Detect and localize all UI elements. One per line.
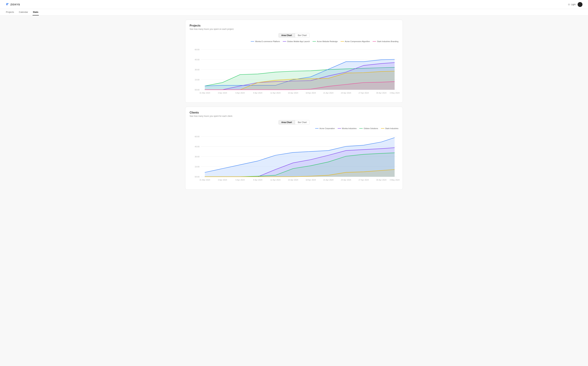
theme-label: Light bbox=[571, 3, 575, 6]
clients-area-chart-btn[interactable]: Area Chart bbox=[279, 120, 295, 125]
nav: Projects Calendar Stats bbox=[0, 9, 588, 15]
projects-card: Projects See how many hours you spent on… bbox=[185, 20, 403, 103]
x-label-5: 15 Apr 2024 bbox=[288, 92, 298, 94]
logo-text: ZOXYS bbox=[10, 3, 20, 6]
x-label-4: 12 Apr 2024 bbox=[270, 179, 280, 181]
x-label-11: 3 May 2024 bbox=[390, 92, 399, 94]
nav-item-projects[interactable]: Projects bbox=[6, 9, 14, 15]
legend-acme-comp: Acme Compression Algorithm bbox=[341, 40, 370, 42]
x-label-5: 15 Apr 2024 bbox=[288, 179, 298, 181]
projects-title: Projects bbox=[190, 24, 398, 27]
projects-chart-toggle: Area Chart Bar Chart bbox=[190, 33, 398, 38]
x-label-7: 21 Apr 2024 bbox=[323, 179, 333, 181]
legend-stark-line bbox=[373, 41, 376, 42]
clients-chart-svg: 60:00 45:00 30:00 15:00 00:00 31 Mar 202… bbox=[190, 131, 398, 185]
logo-icon bbox=[6, 3, 9, 6]
nav-item-stats[interactable]: Stats bbox=[33, 9, 39, 15]
clients-chart-container: 60:00 45:00 30:00 15:00 00:00 31 Mar 202… bbox=[190, 131, 398, 185]
legend-wonka-line bbox=[251, 41, 254, 42]
legend-acme-corp: Acme Corporation bbox=[315, 127, 335, 130]
x-label-3: 9 Apr 2024 bbox=[253, 92, 262, 94]
legend-wonka-ind-label: Wonka Industries bbox=[342, 127, 357, 130]
legend-acme-corp-line bbox=[315, 128, 319, 129]
avatar[interactable] bbox=[578, 2, 582, 7]
x-label-1: 3 Apr 2024 bbox=[218, 92, 227, 94]
x-label-3: 9 Apr 2024 bbox=[253, 179, 262, 181]
x-label-10: 30 Apr 2024 bbox=[376, 179, 386, 181]
clients-bar-chart-btn[interactable]: Bar Chart bbox=[295, 120, 309, 125]
legend-globex-mobile-line bbox=[283, 41, 286, 42]
projects-area-chart-btn[interactable]: Area Chart bbox=[279, 33, 295, 38]
legend-acme-web-line bbox=[313, 41, 316, 42]
legend-wonka-label: Wonka E-commerce Platform bbox=[255, 40, 280, 42]
header-right: Light bbox=[568, 2, 582, 7]
logo: ZOXYS bbox=[6, 3, 20, 6]
legend-acme-web: Acme Website Redesign bbox=[313, 40, 338, 42]
x-label-7: 21 Apr 2024 bbox=[323, 92, 333, 94]
legend-globex-sol: Globex Solutions bbox=[359, 127, 378, 130]
legend-acme-comp-label: Acme Compression Algorithm bbox=[345, 40, 370, 42]
y-label-00: 00:00 bbox=[195, 176, 199, 178]
x-label-1: 3 Apr 2024 bbox=[218, 179, 227, 181]
x-label-8: 24 Apr 2024 bbox=[341, 92, 351, 94]
y-label-60: 60:00 bbox=[195, 48, 199, 51]
x-label-10: 30 Apr 2024 bbox=[376, 92, 386, 94]
y-label-45: 45:00 bbox=[195, 145, 199, 148]
legend-stark-ind: Stark Industries bbox=[381, 127, 398, 130]
projects-bar-chart-btn[interactable]: Bar Chart bbox=[295, 33, 309, 38]
x-label-2: 6 Apr 2024 bbox=[235, 179, 245, 181]
y-label-00: 00:00 bbox=[195, 89, 199, 91]
svg-point-0 bbox=[568, 4, 569, 5]
y-label-30: 30:00 bbox=[195, 156, 199, 158]
main-content: Projects See how many hours you spent on… bbox=[180, 15, 408, 198]
y-label-15: 15:00 bbox=[195, 166, 199, 168]
x-label-4: 12 Apr 2024 bbox=[270, 92, 280, 94]
clients-chart-toggle: Area Chart Bar Chart bbox=[190, 120, 398, 125]
y-label-60: 60:00 bbox=[195, 136, 199, 137]
y-label-30: 30:00 bbox=[195, 69, 199, 71]
x-label-2: 6 Apr 2024 bbox=[235, 92, 245, 94]
projects-subtitle: See how many hours you spent on each pro… bbox=[190, 28, 398, 30]
legend-stark-ind-label: Stark Industries bbox=[385, 127, 398, 130]
x-label-9: 27 Apr 2024 bbox=[359, 179, 369, 181]
legend-wonka-ind-line bbox=[338, 128, 341, 129]
x-label-6: 18 Apr 2024 bbox=[306, 179, 316, 181]
legend-acme-comp-line bbox=[341, 41, 344, 42]
svg-line-8 bbox=[570, 4, 570, 4]
clients-subtitle: See how many hours you spent for each cl… bbox=[190, 115, 398, 117]
clients-card: Clients See how many hours you spent for… bbox=[185, 107, 403, 190]
legend-acme-corp-label: Acme Corporation bbox=[319, 127, 335, 130]
sun-icon bbox=[568, 3, 570, 6]
nav-item-calendar[interactable]: Calendar bbox=[19, 9, 28, 15]
x-label-11: 3 May 2024 bbox=[390, 179, 399, 181]
theme-toggle[interactable]: Light bbox=[568, 3, 575, 6]
y-label-15: 15:00 bbox=[195, 79, 199, 81]
projects-legend: Wonka E-commerce Platform Globex Mobile … bbox=[190, 40, 398, 42]
legend-acme-web-label: Acme Website Redesign bbox=[317, 40, 338, 42]
clients-legend: Acme Corporation Wonka Industries Globex… bbox=[190, 127, 398, 130]
legend-globex-sol-label: Globex Solutions bbox=[364, 127, 378, 130]
projects-chart-container: 60:00 45:00 30:00 15:00 00:00 31 Mar 202… bbox=[190, 45, 398, 98]
legend-wonka-ind: Wonka Industries bbox=[338, 127, 357, 130]
legend-globex-mobile-label: Globex Mobile App Launch bbox=[287, 40, 310, 42]
x-label-8: 24 Apr 2024 bbox=[341, 179, 351, 181]
x-label-0: 31 Mar 2024 bbox=[199, 179, 210, 181]
x-label-9: 27 Apr 2024 bbox=[359, 92, 369, 94]
legend-stark: Stark Industries Branding bbox=[373, 40, 398, 42]
header: ZOXYS Light bbox=[0, 0, 588, 9]
y-label-45: 45:00 bbox=[195, 59, 199, 61]
clients-title: Clients bbox=[190, 111, 398, 114]
legend-wonka: Wonka E-commerce Platform bbox=[251, 40, 280, 42]
legend-stark-label: Stark Industries Branding bbox=[377, 40, 398, 42]
legend-globex-sol-line bbox=[359, 128, 363, 129]
legend-stark-ind-line bbox=[381, 128, 384, 129]
x-label-0: 31 Mar 2024 bbox=[199, 92, 210, 94]
x-label-6: 18 Apr 2024 bbox=[306, 92, 316, 94]
projects-chart-svg: 60:00 45:00 30:00 15:00 00:00 31 Mar 202… bbox=[190, 45, 398, 98]
legend-globex-mobile: Globex Mobile App Launch bbox=[283, 40, 310, 42]
